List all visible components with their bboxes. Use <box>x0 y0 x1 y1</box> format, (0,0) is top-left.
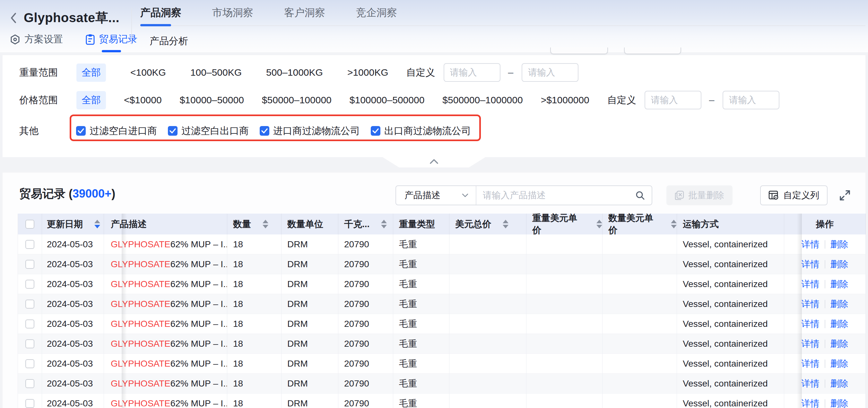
col-kg[interactable]: 千克... <box>338 214 393 235</box>
row-checkbox[interactable] <box>25 240 34 249</box>
checkbox-importer-filter-logistics[interactable]: 进口商过滤物流公司 <box>260 125 360 138</box>
weight-option-all[interactable]: 全部 <box>76 64 106 82</box>
cell-product-desc: GLYPHOSATE 62% MUP – I... <box>104 294 227 314</box>
delete-link[interactable]: 删除 <box>831 318 848 330</box>
batch-delete-button[interactable]: 批量删除 <box>666 185 733 205</box>
weight-min-input[interactable] <box>444 63 500 82</box>
detail-link[interactable]: 详情 <box>802 377 819 390</box>
cell-update-date: 2024-05-03 <box>42 294 104 314</box>
action-separator <box>825 320 825 328</box>
cell-usd-total <box>450 374 526 394</box>
checkbox-filter-blank-importer[interactable]: 过滤空白进口商 <box>76 125 157 138</box>
row-checkbox[interactable] <box>25 339 34 348</box>
cell-actions: 详情 删除 <box>784 374 866 394</box>
col-usd-per-weight[interactable]: 重量美元单价 <box>526 214 602 235</box>
cell-usd-per-qty <box>602 235 677 254</box>
row-checkbox[interactable] <box>25 300 34 309</box>
keyword-highlight: GLYPHOSATE <box>111 359 170 369</box>
detail-link[interactable]: 详情 <box>802 358 819 370</box>
delete-link[interactable]: 删除 <box>831 238 848 250</box>
weight-option[interactable]: 100–500KG <box>190 67 242 78</box>
action-separator <box>825 260 825 269</box>
delete-link[interactable]: 删除 <box>831 278 848 290</box>
delete-link[interactable]: 删除 <box>831 298 848 310</box>
subnav-item-plan-settings[interactable]: 方案设置 <box>10 33 63 46</box>
col-quantity[interactable]: 数量 <box>227 214 281 235</box>
price-min-input[interactable] <box>645 91 702 109</box>
checkbox-exporter-filter-logistics[interactable]: 出口商过滤物流公司 <box>371 125 471 138</box>
tab-market-insight[interactable]: 市场洞察 <box>212 6 253 20</box>
tab-product-insight[interactable]: 产品洞察 <box>140 6 181 20</box>
row-checkbox[interactable] <box>25 399 34 408</box>
price-option[interactable]: $10000–50000 <box>180 95 244 105</box>
delete-link[interactable]: 删除 <box>831 258 848 270</box>
tab-competitor-insight[interactable]: 竞企洞察 <box>356 6 397 20</box>
cell-update-date: 2024-05-03 <box>42 235 104 254</box>
col-usd-total[interactable]: 美元总价 <box>450 214 526 235</box>
cell-kg: 20790 <box>338 334 393 354</box>
delete-link[interactable]: 删除 <box>831 338 848 350</box>
row-checkbox[interactable] <box>25 359 34 368</box>
detail-link[interactable]: 详情 <box>802 238 819 250</box>
cell-actions: 详情 删除 <box>784 394 866 408</box>
row-checkbox[interactable] <box>25 260 34 269</box>
header-divider <box>131 8 132 44</box>
row-checkbox[interactable] <box>25 319 34 329</box>
fullscreen-icon[interactable] <box>839 190 851 201</box>
keyword-highlight: GLYPHOSATE <box>111 299 170 309</box>
custom-columns-icon <box>769 190 779 201</box>
col-usd-per-qty[interactable]: 数量美元单价 <box>602 214 677 235</box>
price-option[interactable]: $50000–100000 <box>262 95 332 105</box>
weight-max-input[interactable] <box>522 63 579 82</box>
cell-product-desc: GLYPHOSATE 62% MUP – I... <box>104 354 227 374</box>
search-input[interactable] <box>476 186 635 205</box>
collapse-filters-handle[interactable] <box>383 157 485 167</box>
price-option[interactable]: $100000–500000 <box>349 95 425 105</box>
weight-option[interactable]: 500–1000KG <box>266 67 323 78</box>
price-option[interactable]: $500000–1000000 <box>442 95 523 105</box>
cell-usd-per-weight <box>526 274 602 294</box>
detail-link[interactable]: 详情 <box>802 338 819 350</box>
keyword-highlight: GLYPHOSATE <box>111 259 170 269</box>
detail-link[interactable]: 详情 <box>802 278 819 290</box>
cell-product-desc: GLYPHOSATE 62% MUP – I... <box>104 314 227 334</box>
select-all-checkbox[interactable] <box>25 220 34 229</box>
subnav-item-trade-records[interactable]: 贸易记录 <box>85 33 137 46</box>
sort-icon <box>262 220 268 228</box>
cell-quantity: 18 <box>227 254 281 274</box>
delete-link[interactable]: 删除 <box>831 398 848 408</box>
tab-active-bar <box>140 24 171 26</box>
tab-customer-insight[interactable]: 客户洞察 <box>284 6 325 20</box>
delete-link[interactable]: 删除 <box>831 358 848 370</box>
col-update-date[interactable]: 更新日期 <box>42 214 104 235</box>
tab-product-analysis[interactable]: 产品分析 <box>150 35 188 48</box>
detail-link[interactable]: 详情 <box>802 298 819 310</box>
weight-range-label: 重量范围 <box>19 66 67 79</box>
weight-range-row: 重量范围 全部 <100KG 100–500KG 500–1000KG >100… <box>19 62 579 83</box>
cell-product-desc: GLYPHOSATE 62% MUP – I... <box>104 254 227 274</box>
price-option[interactable]: <$10000 <box>124 95 162 105</box>
delete-link[interactable]: 删除 <box>831 377 848 390</box>
sort-icon <box>381 220 387 228</box>
cell-actions: 详情 删除 <box>784 235 866 254</box>
weight-option[interactable]: >1000KG <box>347 67 389 78</box>
detail-link[interactable]: 详情 <box>802 318 819 330</box>
detail-link[interactable]: 详情 <box>802 258 819 270</box>
custom-columns-button[interactable]: 自定义列 <box>760 185 828 205</box>
weight-option[interactable]: <100KG <box>130 67 166 78</box>
row-checkbox[interactable] <box>25 280 34 289</box>
keyword-highlight: GLYPHOSATE <box>111 339 170 349</box>
price-option-all[interactable]: 全部 <box>76 91 106 109</box>
filter-panel: 重量范围 全部 <100KG 100–500KG 500–1000KG >100… <box>3 55 865 157</box>
detail-link[interactable]: 详情 <box>802 398 819 408</box>
search-icon[interactable] <box>635 186 652 205</box>
back-icon[interactable] <box>10 11 19 25</box>
row-checkbox[interactable] <box>25 379 34 388</box>
price-option[interactable]: >$1000000 <box>541 95 589 105</box>
checkbox-filter-blank-exporter[interactable]: 过滤空白出口商 <box>168 125 249 138</box>
cell-usd-per-qty <box>602 394 677 408</box>
keyword-highlight: GLYPHOSATE <box>111 279 170 289</box>
search-category-select[interactable]: 产品描述 <box>396 186 476 205</box>
price-max-input[interactable] <box>722 91 779 109</box>
cell-quantity: 18 <box>227 374 281 394</box>
